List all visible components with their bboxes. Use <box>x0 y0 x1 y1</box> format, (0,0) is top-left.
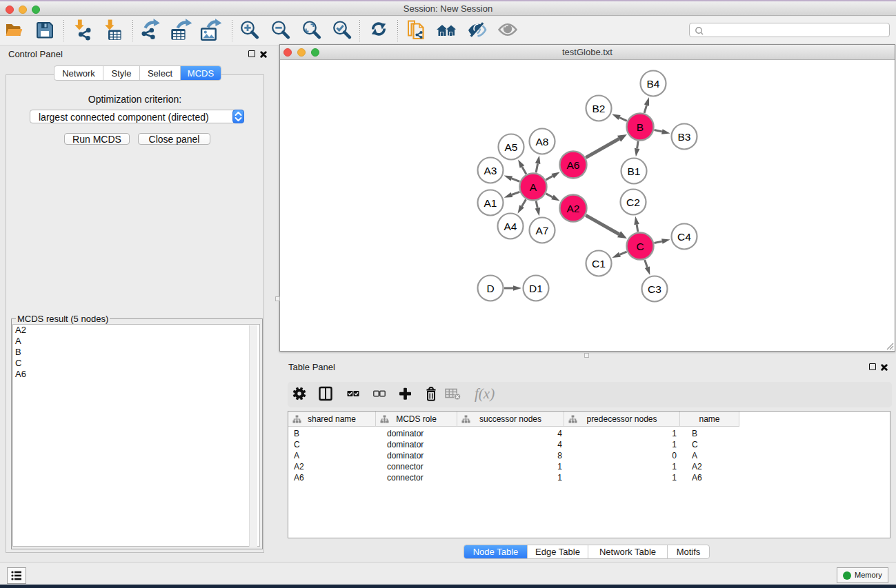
svg-text:B2: B2 <box>593 103 606 114</box>
svg-text:C3: C3 <box>648 283 661 295</box>
svg-text:D1: D1 <box>529 283 543 294</box>
svg-text:A1: A1 <box>484 197 497 209</box>
svg-text:A: A <box>530 181 537 193</box>
svg-text:B3: B3 <box>678 131 691 143</box>
svg-text:B: B <box>637 121 644 133</box>
svg-text:f(x): f(x) <box>475 385 495 402</box>
svg-text:C1: C1 <box>592 258 606 270</box>
svg-text:A4: A4 <box>504 221 517 232</box>
svg-text:A3: A3 <box>484 165 497 176</box>
svg-text:A6: A6 <box>567 159 580 171</box>
svg-text:C2: C2 <box>626 196 640 208</box>
svg-text:B1: B1 <box>628 165 641 177</box>
svg-text:B4: B4 <box>647 78 660 90</box>
svg-text:C: C <box>636 241 644 252</box>
svg-text:A8: A8 <box>536 136 549 148</box>
svg-text:A7: A7 <box>536 225 549 236</box>
svg-text:D: D <box>486 283 494 294</box>
svg-text:A2: A2 <box>567 203 580 214</box>
svg-text:C4: C4 <box>677 231 691 243</box>
svg-text:A5: A5 <box>505 141 518 153</box>
